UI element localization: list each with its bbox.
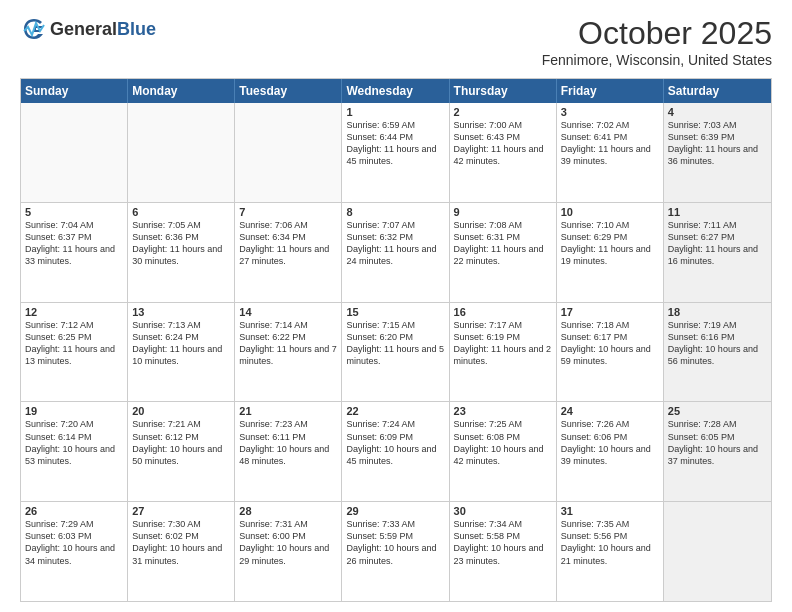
calendar-cell: 24Sunrise: 7:26 AMSunset: 6:06 PMDayligh… [557,402,664,501]
calendar-cell: 30Sunrise: 7:34 AMSunset: 5:58 PMDayligh… [450,502,557,601]
calendar-cell: 3Sunrise: 7:02 AMSunset: 6:41 PMDaylight… [557,103,664,202]
logo-icon [20,15,48,43]
title-block: October 2025 Fennimore, Wisconsin, Unite… [542,15,772,68]
calendar-cell: 14Sunrise: 7:14 AMSunset: 6:22 PMDayligh… [235,303,342,402]
day-number: 29 [346,505,444,517]
calendar-body: 1Sunrise: 6:59 AMSunset: 6:44 PMDaylight… [21,103,771,601]
day-number: 3 [561,106,659,118]
month-title: October 2025 [542,15,772,52]
cell-info: Sunrise: 7:19 AMSunset: 6:16 PMDaylight:… [668,320,758,366]
day-number: 31 [561,505,659,517]
calendar-cell: 1Sunrise: 6:59 AMSunset: 6:44 PMDaylight… [342,103,449,202]
day-number: 11 [668,206,767,218]
calendar-cell [664,502,771,601]
cell-info: Sunrise: 7:04 AMSunset: 6:37 PMDaylight:… [25,220,115,266]
weekday-header: Monday [128,79,235,103]
calendar-cell: 17Sunrise: 7:18 AMSunset: 6:17 PMDayligh… [557,303,664,402]
cell-info: Sunrise: 7:20 AMSunset: 6:14 PMDaylight:… [25,419,115,465]
cell-info: Sunrise: 7:31 AMSunset: 6:00 PMDaylight:… [239,519,329,565]
calendar-cell: 13Sunrise: 7:13 AMSunset: 6:24 PMDayligh… [128,303,235,402]
calendar-row: 12Sunrise: 7:12 AMSunset: 6:25 PMDayligh… [21,303,771,403]
cell-info: Sunrise: 7:02 AMSunset: 6:41 PMDaylight:… [561,120,651,166]
calendar-cell: 2Sunrise: 7:00 AMSunset: 6:43 PMDaylight… [450,103,557,202]
calendar-row: 5Sunrise: 7:04 AMSunset: 6:37 PMDaylight… [21,203,771,303]
calendar-header: SundayMondayTuesdayWednesdayThursdayFrid… [21,79,771,103]
cell-info: Sunrise: 7:25 AMSunset: 6:08 PMDaylight:… [454,419,544,465]
logo-general: General [50,19,117,39]
calendar-cell: 15Sunrise: 7:15 AMSunset: 6:20 PMDayligh… [342,303,449,402]
calendar-cell: 10Sunrise: 7:10 AMSunset: 6:29 PMDayligh… [557,203,664,302]
calendar-cell: 16Sunrise: 7:17 AMSunset: 6:19 PMDayligh… [450,303,557,402]
day-number: 21 [239,405,337,417]
calendar-cell: 31Sunrise: 7:35 AMSunset: 5:56 PMDayligh… [557,502,664,601]
day-number: 7 [239,206,337,218]
cell-info: Sunrise: 7:21 AMSunset: 6:12 PMDaylight:… [132,419,222,465]
day-number: 23 [454,405,552,417]
calendar: SundayMondayTuesdayWednesdayThursdayFrid… [20,78,772,602]
cell-info: Sunrise: 7:05 AMSunset: 6:36 PMDaylight:… [132,220,222,266]
day-number: 18 [668,306,767,318]
cell-info: Sunrise: 7:26 AMSunset: 6:06 PMDaylight:… [561,419,651,465]
calendar-cell: 27Sunrise: 7:30 AMSunset: 6:02 PMDayligh… [128,502,235,601]
weekday-header: Tuesday [235,79,342,103]
cell-info: Sunrise: 7:29 AMSunset: 6:03 PMDaylight:… [25,519,115,565]
location: Fennimore, Wisconsin, United States [542,52,772,68]
page: GeneralBlue October 2025 Fennimore, Wisc… [0,0,792,612]
day-number: 15 [346,306,444,318]
day-number: 26 [25,505,123,517]
day-number: 27 [132,505,230,517]
calendar-cell: 18Sunrise: 7:19 AMSunset: 6:16 PMDayligh… [664,303,771,402]
calendar-cell [21,103,128,202]
logo: GeneralBlue [20,15,156,43]
calendar-cell: 4Sunrise: 7:03 AMSunset: 6:39 PMDaylight… [664,103,771,202]
cell-info: Sunrise: 7:08 AMSunset: 6:31 PMDaylight:… [454,220,544,266]
cell-info: Sunrise: 7:23 AMSunset: 6:11 PMDaylight:… [239,419,329,465]
cell-info: Sunrise: 7:33 AMSunset: 5:59 PMDaylight:… [346,519,436,565]
day-number: 9 [454,206,552,218]
cell-info: Sunrise: 7:14 AMSunset: 6:22 PMDaylight:… [239,320,337,366]
cell-info: Sunrise: 7:10 AMSunset: 6:29 PMDaylight:… [561,220,651,266]
day-number: 10 [561,206,659,218]
calendar-cell: 21Sunrise: 7:23 AMSunset: 6:11 PMDayligh… [235,402,342,501]
day-number: 24 [561,405,659,417]
day-number: 1 [346,106,444,118]
calendar-cell: 8Sunrise: 7:07 AMSunset: 6:32 PMDaylight… [342,203,449,302]
weekday-header: Thursday [450,79,557,103]
cell-info: Sunrise: 7:30 AMSunset: 6:02 PMDaylight:… [132,519,222,565]
calendar-cell: 29Sunrise: 7:33 AMSunset: 5:59 PMDayligh… [342,502,449,601]
cell-info: Sunrise: 7:13 AMSunset: 6:24 PMDaylight:… [132,320,222,366]
weekday-header: Friday [557,79,664,103]
weekday-header: Saturday [664,79,771,103]
day-number: 22 [346,405,444,417]
calendar-cell: 23Sunrise: 7:25 AMSunset: 6:08 PMDayligh… [450,402,557,501]
weekday-header: Wednesday [342,79,449,103]
cell-info: Sunrise: 6:59 AMSunset: 6:44 PMDaylight:… [346,120,436,166]
calendar-cell: 19Sunrise: 7:20 AMSunset: 6:14 PMDayligh… [21,402,128,501]
cell-info: Sunrise: 7:18 AMSunset: 6:17 PMDaylight:… [561,320,651,366]
calendar-row: 1Sunrise: 6:59 AMSunset: 6:44 PMDaylight… [21,103,771,203]
cell-info: Sunrise: 7:11 AMSunset: 6:27 PMDaylight:… [668,220,758,266]
calendar-cell: 28Sunrise: 7:31 AMSunset: 6:00 PMDayligh… [235,502,342,601]
calendar-cell [235,103,342,202]
cell-info: Sunrise: 7:07 AMSunset: 6:32 PMDaylight:… [346,220,436,266]
cell-info: Sunrise: 7:12 AMSunset: 6:25 PMDaylight:… [25,320,115,366]
calendar-cell: 6Sunrise: 7:05 AMSunset: 6:36 PMDaylight… [128,203,235,302]
cell-info: Sunrise: 7:35 AMSunset: 5:56 PMDaylight:… [561,519,651,565]
cell-info: Sunrise: 7:17 AMSunset: 6:19 PMDaylight:… [454,320,552,366]
calendar-row: 26Sunrise: 7:29 AMSunset: 6:03 PMDayligh… [21,502,771,601]
day-number: 8 [346,206,444,218]
calendar-cell: 12Sunrise: 7:12 AMSunset: 6:25 PMDayligh… [21,303,128,402]
day-number: 19 [25,405,123,417]
day-number: 17 [561,306,659,318]
day-number: 30 [454,505,552,517]
calendar-cell: 22Sunrise: 7:24 AMSunset: 6:09 PMDayligh… [342,402,449,501]
calendar-cell: 26Sunrise: 7:29 AMSunset: 6:03 PMDayligh… [21,502,128,601]
cell-info: Sunrise: 7:15 AMSunset: 6:20 PMDaylight:… [346,320,444,366]
calendar-cell: 7Sunrise: 7:06 AMSunset: 6:34 PMDaylight… [235,203,342,302]
day-number: 2 [454,106,552,118]
day-number: 5 [25,206,123,218]
day-number: 20 [132,405,230,417]
calendar-cell: 25Sunrise: 7:28 AMSunset: 6:05 PMDayligh… [664,402,771,501]
logo-text-block: GeneralBlue [50,19,156,40]
calendar-row: 19Sunrise: 7:20 AMSunset: 6:14 PMDayligh… [21,402,771,502]
